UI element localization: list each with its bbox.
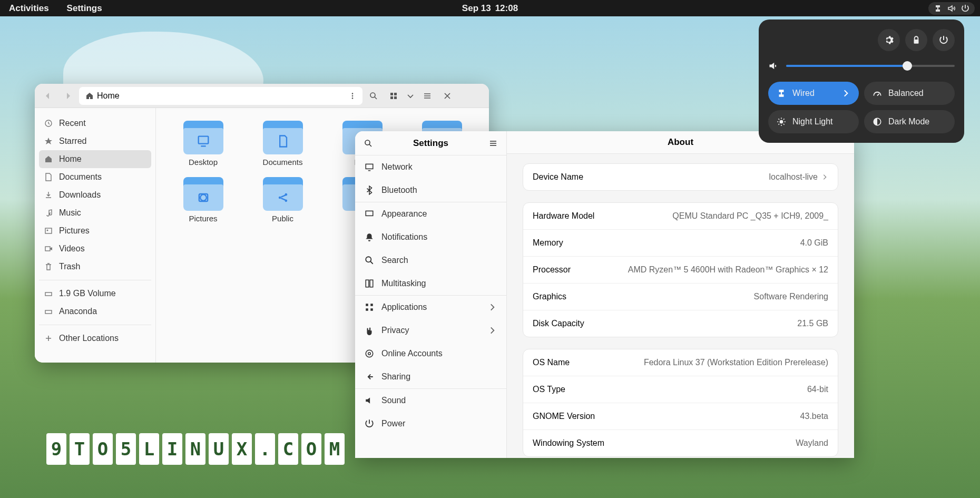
monitor-icon: [365, 162, 374, 172]
settings-item-notifications[interactable]: Notifications: [355, 226, 506, 249]
svg-point-0: [352, 93, 354, 94]
svg-point-10: [47, 230, 48, 231]
sidebar-item-home[interactable]: Home: [39, 150, 151, 168]
svg-point-15: [200, 194, 207, 201]
path-bar[interactable]: Home: [79, 87, 362, 105]
volume-slider[interactable]: [786, 65, 955, 67]
about-row-memory: Memory4.0 GiB: [523, 230, 838, 257]
hamburger-button[interactable]: [484, 134, 502, 152]
watermark: 9 T O 5 L I N U X . C O M: [46, 433, 345, 465]
about-row-disk: Disk Capacity21.5 GB: [523, 310, 838, 337]
settings-item-label: Sharing: [381, 372, 410, 382]
status-menu[interactable]: [928, 2, 975, 15]
settings-item-appearance[interactable]: Appearance: [355, 202, 506, 226]
settings-item-privacy[interactable]: Privacy: [355, 319, 506, 342]
watermark-char: L: [139, 433, 159, 465]
pill-label: Balanced: [888, 89, 924, 98]
about-row-windowing: Windowing SystemWayland: [523, 430, 838, 456]
clock[interactable]: Sep 13 12:08: [462, 3, 518, 14]
plus-icon: [44, 334, 53, 343]
grid-view-button[interactable]: [385, 87, 403, 105]
lock-icon: [912, 35, 921, 45]
close-button[interactable]: [438, 87, 456, 105]
sidebar-item-pictures[interactable]: Pictures: [39, 222, 151, 240]
folder-public[interactable]: Public: [248, 177, 317, 223]
lock-button[interactable]: [905, 29, 927, 51]
about-label: Processor: [533, 265, 571, 275]
svg-point-2: [352, 97, 354, 99]
drive-icon: [44, 289, 53, 298]
sidebar-item-videos[interactable]: Videos: [39, 240, 151, 258]
svg-point-23: [366, 257, 371, 262]
bluetooth-icon: [365, 185, 374, 195]
sidebar-label: Starred: [59, 136, 86, 146]
about-value: Fedora Linux 37 (Workstation Edition Pre…: [644, 358, 828, 367]
drive-icon: [44, 307, 53, 316]
videos-icon: [44, 245, 53, 253]
sidebar-item-documents[interactable]: Documents: [39, 168, 151, 186]
sidebar-item-recent[interactable]: Recent: [39, 114, 151, 132]
search-button[interactable]: [365, 87, 383, 105]
wired-toggle[interactable]: Wired: [768, 82, 859, 105]
sidebar-item-starred[interactable]: Starred: [39, 132, 151, 150]
sidebar-item-music[interactable]: Music: [39, 204, 151, 222]
folder-desktop[interactable]: Desktop: [169, 121, 238, 167]
svg-rect-21: [366, 164, 373, 169]
back-button[interactable]: [39, 87, 57, 105]
power-button[interactable]: [933, 29, 955, 51]
sidebar-item-downloads[interactable]: Downloads: [39, 186, 151, 204]
about-value: localhost-live: [769, 172, 818, 182]
sidebar-item-other-locations[interactable]: Other Locations: [39, 329, 151, 347]
about-label: Disk Capacity: [533, 319, 584, 328]
about-label: Memory: [533, 238, 563, 248]
dark-mode-toggle[interactable]: Dark Mode: [864, 110, 955, 133]
power-mode-toggle[interactable]: Balanced: [864, 82, 955, 105]
sun-icon: [777, 117, 786, 126]
star-icon: [44, 137, 53, 145]
volume-row: [768, 61, 955, 71]
about-row-graphics: GraphicsSoftware Rendering: [523, 284, 838, 310]
folder-documents[interactable]: Documents: [248, 121, 317, 167]
speaker-icon: [365, 396, 374, 405]
about-row-device-name[interactable]: Device Name localhost-live: [523, 164, 838, 190]
settings-item-sharing[interactable]: Sharing: [355, 365, 506, 388]
settings-item-search[interactable]: Search: [355, 249, 506, 272]
about-label: Hardware Model: [533, 211, 594, 221]
svg-rect-12: [45, 292, 52, 296]
settings-item-label: Network: [381, 162, 413, 172]
watermark-char: 9: [46, 433, 66, 465]
svg-rect-29: [370, 308, 373, 311]
settings-item-online-accounts[interactable]: Online Accounts: [355, 342, 506, 365]
settings-item-applications[interactable]: Applications: [355, 296, 506, 319]
activities-button[interactable]: Activities: [9, 3, 49, 14]
view-options-button[interactable]: [405, 87, 416, 105]
sidebar-item-trash[interactable]: Trash: [39, 258, 151, 276]
about-label: Graphics: [533, 292, 566, 301]
sidebar-item-anaconda[interactable]: Anaconda: [39, 302, 151, 320]
settings-item-label: Applications: [381, 302, 427, 312]
settings-item-multitasking[interactable]: Multitasking: [355, 272, 506, 295]
settings-item-power[interactable]: Power: [355, 412, 506, 435]
home-icon: [85, 92, 94, 100]
night-light-toggle[interactable]: Night Light: [768, 110, 859, 133]
hamburger-button[interactable]: [418, 87, 436, 105]
settings-item-sound[interactable]: Sound: [355, 389, 506, 412]
about-row-gnome: GNOME Version43.beta: [523, 403, 838, 430]
at-icon: [365, 349, 374, 358]
volume-icon: [768, 61, 779, 71]
about-value: 4.0 GiB: [800, 238, 828, 248]
folder-label: Documents: [263, 158, 303, 167]
sidebar-item-volume[interactable]: 1.9 GB Volume: [39, 285, 151, 302]
folder-pictures[interactable]: Pictures: [169, 177, 238, 223]
settings-item-bluetooth[interactable]: Bluetooth: [355, 179, 506, 202]
about-value: QEMU Standard PC _Q35 + ICH9, 2009_: [672, 211, 828, 221]
folder-label: Pictures: [189, 214, 217, 223]
chevron-right-icon: [487, 302, 497, 312]
settings-item-network[interactable]: Network: [355, 155, 506, 179]
path-more-icon[interactable]: [349, 92, 356, 100]
settings-button[interactable]: [878, 29, 900, 51]
search-button[interactable]: [359, 134, 377, 152]
watermark-char: M: [325, 433, 345, 465]
app-menu[interactable]: Settings: [63, 3, 102, 14]
forward-button[interactable]: [59, 87, 77, 105]
